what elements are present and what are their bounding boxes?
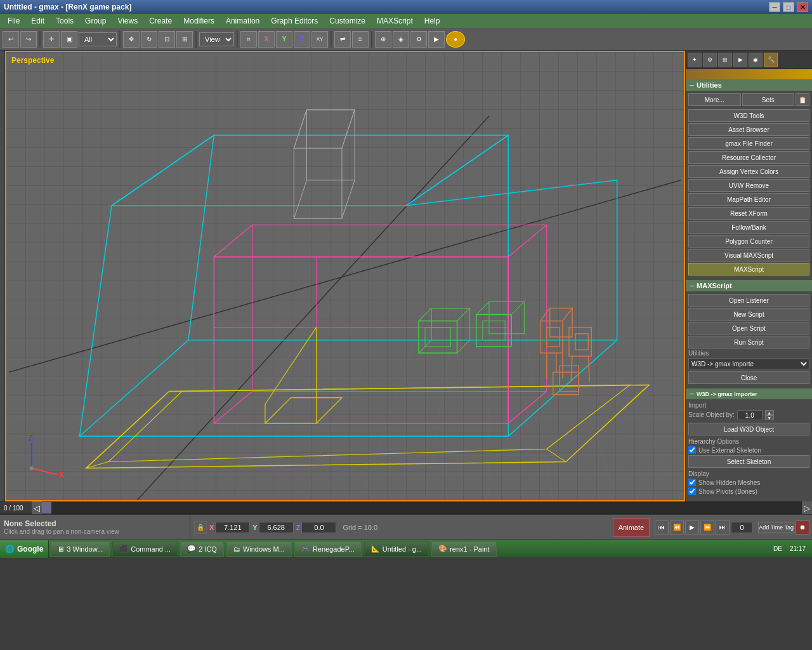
maximize-btn[interactable]: □ (783, 2, 794, 12)
utilities-dropdown[interactable]: W3D -> gmax Importe (688, 358, 809, 369)
run-script-btn[interactable]: Run Script (688, 336, 809, 348)
minimize-btn[interactable]: ─ (769, 2, 780, 12)
follow-bank-btn[interactable]: Follow/Bank (688, 221, 809, 234)
show-hidden-checkbox[interactable] (688, 479, 696, 486)
maxscript-header[interactable]: ─ MAXScript (686, 280, 812, 291)
sets-icon-btn[interactable]: 📋 (796, 93, 809, 106)
gmax-file-finder-btn[interactable]: gmax File Finder (688, 137, 809, 150)
scale-input[interactable] (737, 410, 763, 420)
visual-maxscript-btn[interactable]: Visual MAXScript (688, 249, 809, 262)
color-bar[interactable] (686, 69, 812, 79)
use-external-checkbox[interactable] (688, 446, 696, 454)
load-w3d-btn[interactable]: Load W3D Object (688, 423, 809, 435)
close-btn[interactable]: Close (688, 371, 809, 384)
modify-icon[interactable]: ⚙ (703, 53, 717, 67)
menu-modifiers[interactable]: Modifiers (178, 15, 219, 27)
scale-down-btn[interactable]: ▼ (765, 415, 774, 420)
polygon-counter-btn[interactable]: Polygon Counter (688, 235, 809, 248)
x-value[interactable]: 7.121 (215, 522, 250, 533)
display-icon[interactable]: ◉ (749, 53, 763, 67)
menu-customize[interactable]: Customize (324, 15, 370, 27)
lock-icon[interactable]: 🔒 (194, 521, 207, 534)
z-btn[interactable]: Z (294, 31, 310, 48)
view-dropdown[interactable]: View (199, 32, 234, 46)
redo-btn[interactable]: ↪ (20, 31, 37, 48)
menu-views[interactable]: Views (112, 15, 143, 27)
taskbar-item-command[interactable]: ⬛ Command ... (112, 541, 178, 557)
timeline-slider[interactable] (42, 502, 51, 514)
mappath-editor-btn[interactable]: MapPath Editor (688, 193, 809, 206)
taskbar-item-windows[interactable]: 🖥 3 Window... (50, 541, 110, 557)
scale2-btn[interactable]: ⊞ (176, 31, 193, 48)
menu-tools[interactable]: Tools (51, 15, 79, 27)
taskbar-item-windows-m[interactable]: 🗂 Windows M... (226, 541, 292, 557)
y-btn[interactable]: Y (276, 31, 292, 48)
sets-btn[interactable]: Sets (742, 93, 795, 106)
xyz-btn[interactable]: XY (311, 31, 328, 48)
scale-up-btn[interactable]: ▲ (765, 410, 774, 415)
play-btn[interactable]: ▶ (685, 521, 699, 534)
z-value[interactable]: 0.0 (301, 522, 336, 533)
asset-browser-btn[interactable]: Asset Browser (688, 123, 809, 136)
taskbar-item-paint[interactable]: 🎨 renx1 - Paint (431, 541, 496, 557)
menu-animation[interactable]: Animation (221, 15, 265, 27)
select-skeleton-btn[interactable]: Select Skeleton (688, 455, 809, 468)
resource-collector-btn[interactable]: Resource Collector (688, 151, 809, 164)
w3d-header[interactable]: ─ W3D -> gmax Importer (686, 388, 812, 399)
select-btn[interactable]: ✛ (43, 31, 60, 48)
render3-btn[interactable]: ● (446, 31, 465, 48)
motion-icon[interactable]: ▶ (733, 53, 747, 67)
create-icon[interactable]: ✦ (688, 53, 702, 67)
menu-graph-editors[interactable]: Graph Editors (266, 15, 323, 27)
utilities-header[interactable]: ─ Utilities (686, 79, 812, 91)
record-btn[interactable]: ⏺ (796, 521, 809, 534)
scale-btn[interactable]: ⊡ (159, 31, 175, 48)
timeline-scroll-left[interactable]: ◁ (32, 501, 42, 514)
y-value[interactable]: 6.628 (259, 522, 294, 533)
mirror-btn[interactable]: ⇌ (334, 31, 351, 48)
animate-btn[interactable]: Animate (613, 518, 650, 537)
rotate-btn[interactable]: ↻ (141, 31, 157, 48)
menu-edit[interactable]: Edit (26, 15, 49, 27)
all-dropdown[interactable]: All (79, 32, 117, 46)
titlebar-controls[interactable]: ─ □ ✕ (769, 2, 808, 12)
prev-frame-btn[interactable]: ⏪ (670, 521, 684, 534)
menu-create[interactable]: Create (144, 15, 177, 27)
move-btn[interactable]: ✥ (123, 31, 140, 48)
show-pivots-checkbox[interactable] (688, 488, 696, 495)
time-field[interactable]: 0 (731, 522, 753, 533)
menu-file[interactable]: File (3, 15, 25, 27)
undo-btn[interactable]: ↩ (3, 31, 19, 48)
maxscript-btn[interactable]: MAXScript (688, 263, 809, 275)
render2-btn[interactable]: ▶ (428, 31, 445, 48)
layer-btn[interactable]: ⊕ (375, 31, 391, 48)
utilities-icon[interactable]: 🔧 (764, 53, 778, 67)
w3d-tools-btn[interactable]: W3D Tools (688, 109, 809, 122)
menu-help[interactable]: Help (419, 15, 445, 27)
go-start-btn[interactable]: ⏮ (655, 521, 669, 534)
assign-vertex-colors-btn[interactable]: Assign Vertex Colors (688, 165, 809, 178)
viewport[interactable]: Perspective (5, 51, 685, 501)
reset-xform-btn[interactable]: Reset XForm (688, 207, 809, 220)
menu-group[interactable]: Group (80, 15, 111, 27)
close-btn[interactable]: ✕ (797, 2, 808, 12)
x-btn[interactable]: X (258, 31, 275, 48)
taskbar-item-untitled[interactable]: 📐 Untitled - g... (364, 541, 429, 557)
select-region-btn[interactable]: ▣ (61, 31, 77, 48)
hierarchy-icon[interactable]: ⊞ (718, 53, 732, 67)
new-script-btn[interactable]: New Script (688, 308, 809, 321)
open-listener-btn[interactable]: Open Listener (688, 294, 809, 307)
add-time-tag-btn[interactable]: Add Time Tag (758, 522, 794, 533)
open-script-btn[interactable]: Open Script (688, 322, 809, 335)
taskbar-item-icq[interactable]: 💬 2 ICQ (180, 541, 224, 557)
more-btn[interactable]: More... (688, 93, 741, 106)
timeline-bar[interactable] (42, 502, 802, 514)
taskbar-item-renegade[interactable]: 🎮 RenegadeP... (294, 541, 362, 557)
snap-btn[interactable]: ⌗ (240, 31, 257, 48)
go-end-btn[interactable]: ⏭ (716, 521, 730, 534)
menu-maxscript[interactable]: MAXScript (372, 15, 418, 27)
material-btn[interactable]: ◈ (393, 31, 409, 48)
timeline-scroll-right[interactable]: ▷ (802, 501, 812, 514)
start-button[interactable]: 🌐 Google (0, 540, 49, 558)
render-btn[interactable]: ⚙ (410, 31, 427, 48)
